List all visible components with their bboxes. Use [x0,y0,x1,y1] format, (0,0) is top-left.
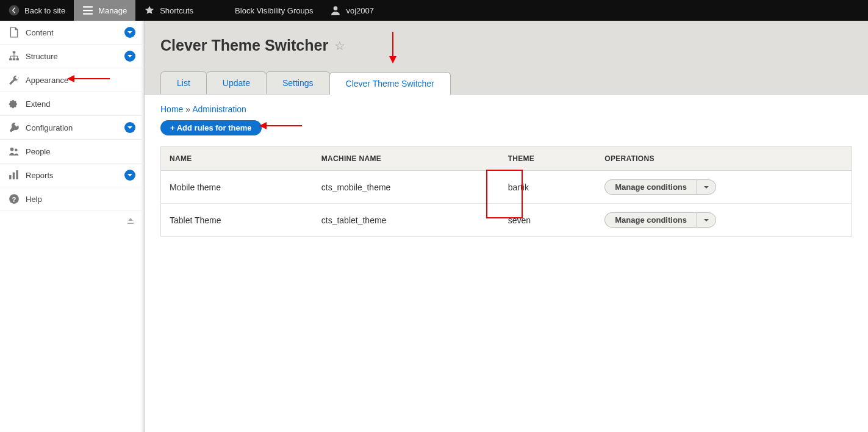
admin-sidebar: Content Structure Appearance Extend Conf… [0,21,145,432]
collapse-icon [126,216,135,226]
gear-icon [9,122,20,133]
col-machine: MACHINE NAME [313,147,500,171]
col-theme: THEME [500,147,597,171]
chevron-down-icon [703,217,709,223]
rules-table: NAME MACHINE NAME THEME OPERATIONS Mobil… [160,146,852,237]
help-icon: ? [9,193,20,204]
sidebar-item-label: Configuration [26,123,73,132]
sidebar-collapse-button[interactable] [0,211,144,231]
file-icon [9,27,20,38]
operations-dropdown: Manage conditions [604,212,716,228]
cell-name: Mobile theme [161,171,313,204]
chevron-down-icon [124,27,135,38]
chevron-left-icon [9,5,20,16]
page-title: Clever Theme Switcher [160,37,328,54]
operations-toggle[interactable] [697,212,716,228]
add-rules-button[interactable]: + Add rules for theme [160,120,262,135]
primary-tabs: List Update Settings Clever Theme Switch… [160,71,852,94]
svg-point-0 [9,5,20,16]
context-label: Block Visibility Groups [235,6,313,15]
cell-machine: cts_tablet_theme [313,204,500,237]
svg-point-6 [15,149,18,152]
tree-icon [9,51,20,62]
page-header: Clever Theme Switcher ☆ List Update Sett… [145,21,868,95]
back-to-site-button[interactable]: Back to site [0,0,74,21]
operations-toggle[interactable] [697,179,716,195]
user-menu[interactable]: voj2007 [321,0,382,21]
tab-clever-theme-switcher[interactable]: Clever Theme Switcher [329,72,451,95]
breadcrumb: Home » Administration [145,95,868,120]
svg-rect-3 [13,58,16,60]
sidebar-item-content[interactable]: Content [0,21,144,45]
wrench-icon [9,74,20,85]
context-title[interactable]: Block Visibility Groups [226,0,321,21]
tab-settings[interactable]: Settings [266,71,330,94]
sidebar-item-label: Reports [26,171,54,180]
sidebar-item-label: Extend [26,99,50,109]
admin-toolbar: Back to site Manage Shortcuts Block Visi… [0,0,868,21]
table-header-row: NAME MACHINE NAME THEME OPERATIONS [161,147,852,171]
chevron-down-icon [124,122,135,133]
star-icon [144,5,155,16]
operations-dropdown: Manage conditions [604,179,716,195]
breadcrumb-home[interactable]: Home [160,104,183,114]
manage-label: Manage [98,6,127,15]
puzzle-icon [9,98,20,109]
table-row: Mobile theme cts_mobile_theme bartik Man… [161,171,852,204]
cell-name: Tablet Theme [161,204,313,237]
sidebar-item-reports[interactable]: Reports [0,164,144,187]
col-operations: OPERATIONS [596,147,852,171]
svg-rect-4 [16,58,19,60]
user-icon [330,5,341,16]
user-label: voj2007 [346,6,374,15]
cell-operations: Manage conditions [596,204,852,237]
table-row: Tablet Theme cts_tablet_theme seven Mana… [161,204,852,237]
shortcuts-label: Shortcuts [160,6,193,15]
manage-conditions-button[interactable]: Manage conditions [604,179,697,195]
cell-operations: Manage conditions [596,171,852,204]
shortcuts-button[interactable]: Shortcuts [135,0,202,21]
svg-point-5 [10,148,14,151]
sidebar-item-help[interactable]: ? Help [0,187,144,211]
people-icon [9,146,20,157]
favorite-star-icon[interactable]: ☆ [334,38,345,53]
col-name: NAME [161,147,313,171]
svg-rect-8 [13,173,15,179]
hamburger-icon [82,5,93,16]
chevron-down-icon [124,51,135,62]
sidebar-item-label: Help [26,195,42,204]
cell-theme: bartik [500,171,597,204]
cell-machine: cts_mobile_theme [313,171,500,204]
tab-list[interactable]: List [160,71,207,94]
sidebar-item-people[interactable]: People [0,140,144,164]
chevron-down-icon [703,184,709,190]
annotation-arrow [67,74,110,85]
annotation-arrow [259,121,302,132]
svg-rect-9 [16,170,18,179]
sidebar-item-configuration[interactable]: Configuration [0,116,144,140]
back-to-site-label: Back to site [24,6,65,15]
manage-button[interactable]: Manage [74,0,135,21]
breadcrumb-admin[interactable]: Administration [192,104,246,114]
sidebar-item-label: Structure [26,52,58,61]
manage-conditions-button[interactable]: Manage conditions [604,212,697,228]
svg-rect-2 [9,58,12,60]
sidebar-item-label: Appearance [26,76,68,85]
main-content: Clever Theme Switcher ☆ List Update Sett… [145,21,868,432]
sidebar-item-appearance[interactable]: Appearance [0,68,144,92]
tab-update[interactable]: Update [206,71,267,94]
sidebar-item-label: Content [26,28,54,37]
cell-theme: seven [500,204,597,237]
sidebar-item-structure[interactable]: Structure [0,45,144,68]
bars-icon [9,170,20,181]
svg-rect-1 [13,51,16,53]
svg-text:?: ? [12,196,16,203]
breadcrumb-sep: » [183,104,192,114]
chevron-down-icon [124,170,135,181]
sidebar-item-label: People [26,147,50,156]
sidebar-item-extend[interactable]: Extend [0,92,144,116]
svg-rect-7 [9,175,11,179]
